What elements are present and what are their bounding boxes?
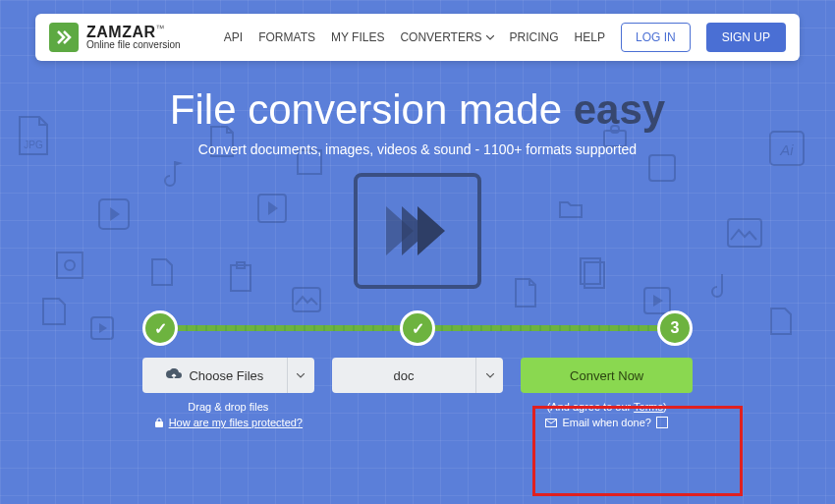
format-select[interactable]: doc: [332, 358, 504, 393]
step-2: ✓: [400, 310, 435, 346]
nav-converters-label: CONVERTERS: [400, 30, 481, 44]
step-1: ✓: [142, 310, 178, 346]
mail-icon: [545, 419, 557, 427]
email-when-done-checkbox[interactable]: [656, 417, 668, 428]
svg-rect-19: [155, 421, 163, 427]
caret-down-icon: [486, 373, 494, 378]
lock-icon: [154, 418, 164, 428]
topbar: ZAMZAR™ Online file conversion API FORMA…: [35, 14, 800, 61]
brand-tagline: Online file conversion: [86, 40, 181, 50]
progress-steps: ✓ ✓ 3: [142, 310, 693, 346]
signup-button[interactable]: SIGN UP: [706, 23, 786, 52]
nav-converters[interactable]: CONVERTERS: [400, 30, 493, 44]
convert-now-button[interactable]: Convert Now: [521, 358, 693, 393]
agree-terms-text: (And agree to our Terms): [547, 401, 667, 413]
email-when-done-label: Email when done?: [562, 417, 651, 428]
terms-link[interactable]: Terms: [634, 401, 663, 413]
forward-icon: [378, 196, 457, 265]
login-button[interactable]: LOG IN: [621, 23, 691, 52]
files-protected-label: How are my files protected?: [169, 417, 303, 428]
logo[interactable]: ZAMZAR™ Online file conversion: [49, 23, 181, 52]
nav-myfiles[interactable]: MY FILES: [331, 30, 384, 44]
choose-files-caret[interactable]: [287, 358, 314, 393]
brand-name: ZAMZAR: [86, 24, 156, 40]
hero-title: File conversion made easy: [0, 86, 835, 134]
nav-formats[interactable]: FORMATS: [258, 30, 315, 44]
choose-files-button[interactable]: Choose Files: [142, 358, 314, 393]
nav-help[interactable]: HELP: [575, 30, 605, 44]
convert-now-label: Convert Now: [570, 368, 643, 383]
caret-down-icon: [297, 373, 305, 378]
hero-illustration: [354, 173, 481, 289]
format-caret[interactable]: [475, 358, 503, 393]
format-selected: doc: [394, 368, 415, 383]
drag-drop-hint: Drag & drop files: [188, 401, 268, 413]
brand-tm: ™: [156, 24, 165, 33]
cloud-upload-icon: [165, 368, 183, 382]
chevron-down-icon: [486, 35, 494, 40]
hero-title-emphasis: easy: [574, 86, 665, 133]
nav-api[interactable]: API: [224, 30, 243, 44]
hero-subtitle: Convert documents, images, videos & soun…: [0, 141, 835, 157]
choose-files-label: Choose Files: [189, 368, 263, 383]
step-3: 3: [657, 310, 693, 346]
logo-icon: [49, 23, 79, 52]
hero-title-prefix: File conversion made: [170, 86, 574, 133]
files-protected-link[interactable]: How are my files protected?: [154, 417, 303, 428]
nav-pricing[interactable]: PRICING: [510, 30, 559, 44]
